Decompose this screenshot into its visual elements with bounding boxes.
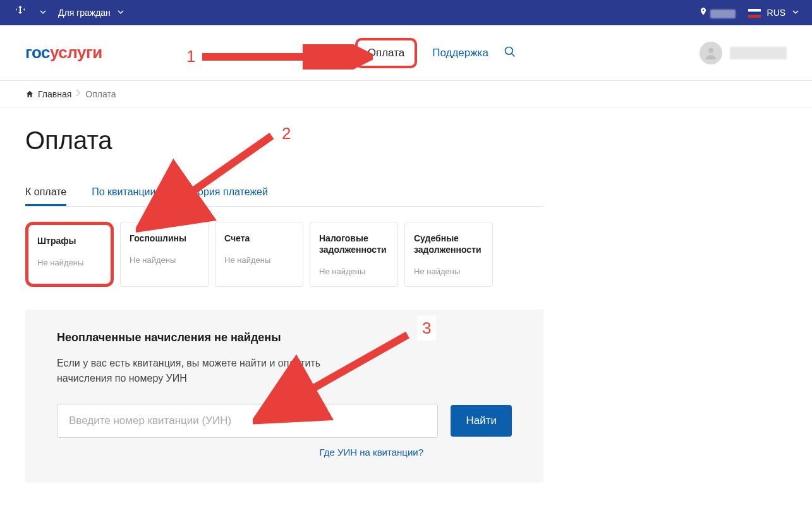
language-dropdown[interactable]: RUS [748,8,799,18]
card-status: Не найдены [414,267,483,276]
chevron-down-icon [117,8,124,18]
svg-rect-1 [748,12,761,15]
logo-part1: гос [25,43,50,62]
arrow-2-icon [136,130,281,237]
card-status: Не найдены [37,258,102,267]
topbar-right: RUS [699,7,799,18]
location-blur [710,9,736,18]
top-bar: Для граждан RUS [0,0,812,25]
breadcrumb-current: Оплата [85,89,116,99]
card-status: Не найдены [319,267,389,276]
breadcrumb-home[interactable]: Главная [25,89,71,99]
arrow-1-icon [199,44,373,70]
uin-help-link[interactable]: Где УИН на квитанции? [57,447,423,457]
annotation-3: 3 [417,316,436,341]
card-status: Не найдены [224,255,294,265]
citizens-dropdown[interactable]: Для граждан [58,8,124,18]
search-icon[interactable] [504,45,516,61]
citizens-label: Для граждан [58,8,111,18]
find-button[interactable]: Найти [451,405,512,437]
annotation-2: 2 [282,124,291,143]
topbar-chevron[interactable] [39,8,47,18]
svg-point-3 [505,47,512,54]
home-icon [25,90,34,99]
svg-line-4 [511,53,514,56]
flag-icon [748,9,761,18]
tab-to-pay[interactable]: К оплате [25,180,66,206]
svg-line-11 [262,335,408,417]
nav-links: Оплата Поддержка [355,38,516,68]
card-tax-debts[interactable]: Налоговые задолженности Не найдены [310,222,398,287]
chevron-down-icon [792,8,799,18]
user-name-blur [730,47,787,59]
topbar-left: Для граждан [13,4,124,21]
logo-part2: услуги [50,43,102,62]
user-block[interactable] [700,42,787,64]
nav-support[interactable]: Поддержка [432,47,488,59]
page-content: Оплата К оплате По квитанции История пла… [0,107,569,502]
lang-label: RUS [767,8,786,18]
card-fines[interactable]: Штрафы Не найдены [25,222,114,287]
payment-cards: Штрафы Не найдены Госпошлины Не найдены … [25,222,543,287]
card-title: Судебные задолженности [414,233,483,255]
main-nav: госуслуги Оплата Поддержка [0,25,812,81]
breadcrumb-separator-icon [75,88,82,99]
site-logo[interactable]: госуслуги [25,43,102,63]
card-status: Не найдены [130,255,199,265]
tabs: К оплате По квитанции История платежей [25,180,543,207]
card-title: Налоговые задолженности [319,233,389,255]
breadcrumb: Главная Оплата [0,81,812,107]
avatar-icon [700,42,722,64]
location-link[interactable] [699,7,736,18]
arrow-3-icon [253,329,417,430]
annotation-1: 1 [186,47,195,66]
svg-rect-2 [748,15,761,18]
svg-point-5 [708,48,713,53]
card-title: Штрафы [37,235,102,246]
svg-line-9 [145,136,272,224]
emblem-icon [13,4,28,21]
svg-rect-0 [748,9,761,12]
card-court-debts[interactable]: Судебные задолженности Не найдены [404,222,493,287]
breadcrumb-home-label: Главная [38,89,71,99]
location-icon [699,7,708,16]
